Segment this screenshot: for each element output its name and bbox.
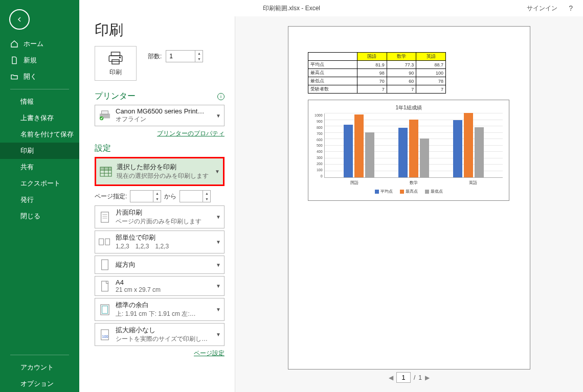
single-side-icon: [98, 211, 111, 224]
sides-title: 片面印刷: [116, 208, 210, 217]
prev-page-button[interactable]: ◀: [389, 374, 393, 381]
svg-rect-5: [102, 111, 108, 114]
page-from-input[interactable]: [130, 191, 153, 202]
folder-open-icon: [10, 73, 18, 81]
preview-page: 国語数学英語 平均点81.977.388.7 最高点9890100 最低点706…: [288, 27, 530, 369]
page-to-spinner[interactable]: ▲▼: [180, 190, 211, 202]
svg-rect-17: [99, 239, 104, 245]
print-what-dropdown[interactable]: 選択した部分を印刷 現在の選択部分のみを印刷します ▼: [95, 157, 225, 186]
orientation-dropdown[interactable]: 縦方向 ▼: [95, 256, 225, 274]
sidebar-item-label: 新規: [24, 56, 37, 65]
printer-device-icon: [98, 109, 111, 122]
sidebar-item-share[interactable]: 共有: [0, 159, 79, 175]
page-navigator: ◀ / 1 ▶: [389, 372, 430, 383]
svg-rect-8: [100, 167, 111, 170]
orientation-title: 縦方向: [116, 260, 210, 269]
svg-rect-18: [105, 239, 110, 245]
chart-y-axis: 10009008007006005004003002001000: [315, 113, 324, 178]
sidebar-item-publish[interactable]: 発行: [0, 192, 79, 208]
page-to-input[interactable]: [180, 191, 203, 202]
sidebar-item-label: 閉じる: [20, 212, 40, 221]
print-what-sub: 現在の選択部分のみを印刷します: [117, 172, 209, 180]
chevron-down-icon: ▼: [216, 262, 221, 268]
scaling-title: 拡大縮小なし: [116, 326, 210, 335]
copies-label: 部数:: [148, 52, 162, 61]
sidebar-item-save[interactable]: 上書き保存: [0, 110, 79, 126]
sidebar-item-home[interactable]: ホーム: [0, 36, 79, 52]
chevron-down-icon: ▼: [216, 113, 221, 119]
sidebar-item-label: エクスポート: [20, 179, 60, 188]
svg-rect-20: [102, 281, 108, 291]
print-button[interactable]: 印刷: [95, 46, 137, 81]
svg-rect-2: [112, 59, 119, 64]
chevron-down-icon: ▼: [216, 283, 221, 289]
sidebar-item-label: 印刷: [20, 146, 34, 155]
chevron-down-icon: ▼: [216, 307, 221, 312]
pages-to-label: から: [164, 192, 176, 201]
collate-sub: 1,2,3 1,2,3 1,2,3: [116, 242, 210, 251]
papersize-dropdown[interactable]: A4 21 cm x 29.7 cm ▼: [95, 276, 225, 296]
home-icon: [10, 40, 18, 48]
printer-status: オフライン: [116, 115, 210, 124]
sidebar-item-saveas[interactable]: 名前を付けて保存: [0, 126, 79, 143]
settings-section-title: 設定: [95, 143, 111, 154]
backstage-sidebar: ホーム 新規 開く 情報 上書き保存 名前を付けて保存 印刷 共有 エクスポート…: [0, 0, 79, 392]
back-button[interactable]: [9, 9, 30, 30]
next-page-button[interactable]: ▶: [425, 374, 430, 381]
sidebar-item-options[interactable]: オプション: [0, 376, 79, 392]
collate-dropdown[interactable]: 部単位で印刷 1,2,3 1,2,3 1,2,3 ▼: [95, 230, 225, 253]
printer-name: Canon MG6500 series Print…: [116, 107, 210, 115]
svg-point-3: [119, 57, 120, 58]
sidebar-item-label: ホーム: [24, 39, 43, 49]
selection-icon: [99, 165, 113, 178]
print-preview-pane: 国語数学英語 平均点81.977.388.7 最高点9890100 最低点706…: [235, 16, 583, 392]
sidebar-item-info[interactable]: 情報: [0, 94, 79, 110]
page-from-spinner[interactable]: ▲▼: [130, 190, 161, 202]
sidebar-item-export[interactable]: エクスポート: [0, 175, 79, 192]
sides-dropdown[interactable]: 片面印刷 ページの片面のみを印刷します ▼: [95, 205, 225, 228]
papersize-sub: 21 cm x 29.7 cm: [116, 286, 210, 293]
portrait-icon: [98, 258, 111, 271]
spinner-down-icon[interactable]: ▼: [195, 56, 203, 62]
printer-dropdown[interactable]: Canon MG6500 series Print… オフライン ▼: [95, 105, 225, 126]
copies-input[interactable]: [166, 51, 195, 62]
margins-sub: 上: 1.91 cm 下: 1.91 cm 左:…: [116, 310, 210, 318]
preview-table: 国語数学英語 平均点81.977.388.7 最高点9890100 最低点706…: [308, 52, 446, 94]
printer-properties-link[interactable]: プリンターのプロパティ: [95, 129, 225, 138]
sidebar-item-open[interactable]: 開く: [0, 68, 79, 85]
page-number-input[interactable]: [396, 372, 411, 383]
sidebar-item-label: オプション: [20, 379, 54, 388]
sidebar-item-new[interactable]: 新規: [0, 52, 79, 68]
page-sep: /: [414, 374, 415, 381]
info-icon[interactable]: i: [217, 93, 225, 100]
print-button-label: 印刷: [109, 68, 122, 77]
file-icon: [10, 56, 18, 64]
sides-sub: ページの片面のみを印刷します: [116, 217, 210, 226]
page-setup-link[interactable]: ページ設定: [95, 349, 225, 358]
sidebar-item-close[interactable]: 閉じる: [0, 208, 79, 224]
preview-chart: 1年1組成績 10009008007006005004003002001000 …: [308, 100, 509, 201]
printer-section-title: プリンター: [95, 91, 136, 102]
paper-icon: [98, 280, 111, 293]
chevron-down-icon: ▼: [216, 214, 221, 220]
sidebar-item-print[interactable]: 印刷: [0, 143, 79, 159]
chart-title: 1年1組成績: [315, 104, 503, 111]
sidebar-item-label: 開く: [24, 72, 37, 81]
scaling-sub: シートを実際のサイズで印刷します: [116, 335, 210, 343]
copies-spinner[interactable]: ▲▼: [166, 50, 203, 62]
margins-icon: [98, 303, 111, 316]
scaling-dropdown[interactable]: 100 拡大縮小なし シートを実際のサイズで印刷します ▼: [95, 323, 225, 346]
scale-icon: 100: [98, 328, 111, 341]
chevron-down-icon: ▼: [216, 239, 221, 245]
sidebar-item-account[interactable]: アカウント: [0, 359, 79, 376]
margins-dropdown[interactable]: 標準の余白 上: 1.91 cm 下: 1.91 cm 左:… ▼: [95, 298, 225, 321]
spinner-up-icon[interactable]: ▲: [195, 51, 203, 56]
svg-text:100: 100: [102, 334, 108, 339]
svg-rect-19: [102, 260, 108, 270]
sidebar-item-label: アカウント: [20, 363, 54, 372]
chart-x-axis: 国語数学英語: [315, 180, 503, 186]
print-what-title: 選択した部分を印刷: [117, 163, 209, 172]
pages-label: ページ指定:: [95, 192, 127, 201]
svg-rect-13: [101, 212, 109, 222]
chevron-down-icon: ▼: [216, 332, 221, 337]
